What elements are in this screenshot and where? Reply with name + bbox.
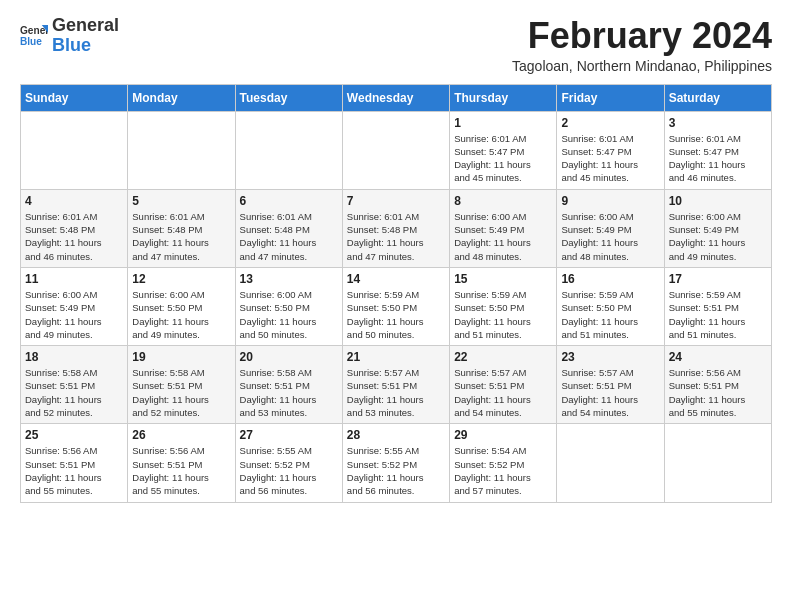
calendar-cell: 18Sunrise: 5:58 AM Sunset: 5:51 PM Dayli… xyxy=(21,346,128,424)
logo-text: General Blue xyxy=(52,16,119,56)
weekday-header-cell: Tuesday xyxy=(235,84,342,111)
day-number: 26 xyxy=(132,428,230,442)
day-info: Sunrise: 5:58 AM Sunset: 5:51 PM Dayligh… xyxy=(25,366,123,419)
day-number: 13 xyxy=(240,272,338,286)
calendar-cell xyxy=(664,424,771,502)
day-info: Sunrise: 6:01 AM Sunset: 5:47 PM Dayligh… xyxy=(454,132,552,185)
weekday-header-cell: Monday xyxy=(128,84,235,111)
day-info: Sunrise: 5:59 AM Sunset: 5:51 PM Dayligh… xyxy=(669,288,767,341)
calendar-cell: 24Sunrise: 5:56 AM Sunset: 5:51 PM Dayli… xyxy=(664,346,771,424)
day-info: Sunrise: 6:00 AM Sunset: 5:50 PM Dayligh… xyxy=(240,288,338,341)
calendar-cell xyxy=(235,111,342,189)
day-number: 14 xyxy=(347,272,445,286)
weekday-header-row: SundayMondayTuesdayWednesdayThursdayFrid… xyxy=(21,84,772,111)
day-number: 11 xyxy=(25,272,123,286)
day-info: Sunrise: 5:56 AM Sunset: 5:51 PM Dayligh… xyxy=(25,444,123,497)
calendar-header: SundayMondayTuesdayWednesdayThursdayFrid… xyxy=(21,84,772,111)
calendar-cell: 23Sunrise: 5:57 AM Sunset: 5:51 PM Dayli… xyxy=(557,346,664,424)
calendar-cell: 17Sunrise: 5:59 AM Sunset: 5:51 PM Dayli… xyxy=(664,267,771,345)
calendar-week-row: 25Sunrise: 5:56 AM Sunset: 5:51 PM Dayli… xyxy=(21,424,772,502)
day-number: 8 xyxy=(454,194,552,208)
calendar-week-row: 1Sunrise: 6:01 AM Sunset: 5:47 PM Daylig… xyxy=(21,111,772,189)
day-info: Sunrise: 5:54 AM Sunset: 5:52 PM Dayligh… xyxy=(454,444,552,497)
day-number: 9 xyxy=(561,194,659,208)
day-info: Sunrise: 5:59 AM Sunset: 5:50 PM Dayligh… xyxy=(561,288,659,341)
day-number: 17 xyxy=(669,272,767,286)
day-info: Sunrise: 6:00 AM Sunset: 5:49 PM Dayligh… xyxy=(454,210,552,263)
calendar-cell: 27Sunrise: 5:55 AM Sunset: 5:52 PM Dayli… xyxy=(235,424,342,502)
calendar-cell: 3Sunrise: 6:01 AM Sunset: 5:47 PM Daylig… xyxy=(664,111,771,189)
day-info: Sunrise: 6:01 AM Sunset: 5:48 PM Dayligh… xyxy=(240,210,338,263)
calendar-week-row: 4Sunrise: 6:01 AM Sunset: 5:48 PM Daylig… xyxy=(21,189,772,267)
calendar-cell: 5Sunrise: 6:01 AM Sunset: 5:48 PM Daylig… xyxy=(128,189,235,267)
day-info: Sunrise: 6:00 AM Sunset: 5:49 PM Dayligh… xyxy=(25,288,123,341)
logo: General Blue General Blue xyxy=(20,16,119,56)
day-info: Sunrise: 5:57 AM Sunset: 5:51 PM Dayligh… xyxy=(454,366,552,419)
day-number: 16 xyxy=(561,272,659,286)
month-year: February 2024 xyxy=(512,16,772,56)
day-number: 23 xyxy=(561,350,659,364)
calendar-cell: 29Sunrise: 5:54 AM Sunset: 5:52 PM Dayli… xyxy=(450,424,557,502)
day-number: 2 xyxy=(561,116,659,130)
day-number: 15 xyxy=(454,272,552,286)
calendar-cell xyxy=(342,111,449,189)
day-number: 21 xyxy=(347,350,445,364)
title-block: February 2024 Tagoloan, Northern Mindana… xyxy=(512,16,772,74)
day-number: 6 xyxy=(240,194,338,208)
weekday-header-cell: Friday xyxy=(557,84,664,111)
day-number: 1 xyxy=(454,116,552,130)
day-info: Sunrise: 5:56 AM Sunset: 5:51 PM Dayligh… xyxy=(132,444,230,497)
day-info: Sunrise: 5:57 AM Sunset: 5:51 PM Dayligh… xyxy=(347,366,445,419)
calendar-cell: 8Sunrise: 6:00 AM Sunset: 5:49 PM Daylig… xyxy=(450,189,557,267)
day-info: Sunrise: 6:01 AM Sunset: 5:48 PM Dayligh… xyxy=(132,210,230,263)
calendar-cell: 10Sunrise: 6:00 AM Sunset: 5:49 PM Dayli… xyxy=(664,189,771,267)
weekday-header-cell: Sunday xyxy=(21,84,128,111)
day-info: Sunrise: 6:01 AM Sunset: 5:47 PM Dayligh… xyxy=(561,132,659,185)
day-number: 7 xyxy=(347,194,445,208)
day-info: Sunrise: 6:01 AM Sunset: 5:47 PM Dayligh… xyxy=(669,132,767,185)
calendar-table: SundayMondayTuesdayWednesdayThursdayFrid… xyxy=(20,84,772,503)
calendar-cell: 20Sunrise: 5:58 AM Sunset: 5:51 PM Dayli… xyxy=(235,346,342,424)
location: Tagoloan, Northern Mindanao, Philippines xyxy=(512,58,772,74)
day-number: 19 xyxy=(132,350,230,364)
day-number: 5 xyxy=(132,194,230,208)
day-number: 22 xyxy=(454,350,552,364)
calendar-week-row: 18Sunrise: 5:58 AM Sunset: 5:51 PM Dayli… xyxy=(21,346,772,424)
day-number: 12 xyxy=(132,272,230,286)
logo-icon: General Blue xyxy=(20,22,48,50)
day-number: 25 xyxy=(25,428,123,442)
day-info: Sunrise: 6:00 AM Sunset: 5:50 PM Dayligh… xyxy=(132,288,230,341)
svg-text:Blue: Blue xyxy=(20,36,42,47)
calendar-cell: 4Sunrise: 6:01 AM Sunset: 5:48 PM Daylig… xyxy=(21,189,128,267)
calendar-cell: 1Sunrise: 6:01 AM Sunset: 5:47 PM Daylig… xyxy=(450,111,557,189)
calendar-cell: 26Sunrise: 5:56 AM Sunset: 5:51 PM Dayli… xyxy=(128,424,235,502)
calendar-cell: 28Sunrise: 5:55 AM Sunset: 5:52 PM Dayli… xyxy=(342,424,449,502)
calendar-cell: 16Sunrise: 5:59 AM Sunset: 5:50 PM Dayli… xyxy=(557,267,664,345)
calendar-cell xyxy=(128,111,235,189)
day-info: Sunrise: 5:59 AM Sunset: 5:50 PM Dayligh… xyxy=(454,288,552,341)
calendar-cell: 25Sunrise: 5:56 AM Sunset: 5:51 PM Dayli… xyxy=(21,424,128,502)
day-info: Sunrise: 5:55 AM Sunset: 5:52 PM Dayligh… xyxy=(347,444,445,497)
day-info: Sunrise: 5:56 AM Sunset: 5:51 PM Dayligh… xyxy=(669,366,767,419)
day-info: Sunrise: 5:59 AM Sunset: 5:50 PM Dayligh… xyxy=(347,288,445,341)
day-number: 10 xyxy=(669,194,767,208)
calendar-cell: 13Sunrise: 6:00 AM Sunset: 5:50 PM Dayli… xyxy=(235,267,342,345)
day-number: 29 xyxy=(454,428,552,442)
calendar-cell: 22Sunrise: 5:57 AM Sunset: 5:51 PM Dayli… xyxy=(450,346,557,424)
day-number: 28 xyxy=(347,428,445,442)
calendar-cell: 21Sunrise: 5:57 AM Sunset: 5:51 PM Dayli… xyxy=(342,346,449,424)
calendar-body: 1Sunrise: 6:01 AM Sunset: 5:47 PM Daylig… xyxy=(21,111,772,502)
day-info: Sunrise: 6:00 AM Sunset: 5:49 PM Dayligh… xyxy=(669,210,767,263)
calendar-cell: 6Sunrise: 6:01 AM Sunset: 5:48 PM Daylig… xyxy=(235,189,342,267)
day-info: Sunrise: 5:58 AM Sunset: 5:51 PM Dayligh… xyxy=(132,366,230,419)
calendar-cell: 2Sunrise: 6:01 AM Sunset: 5:47 PM Daylig… xyxy=(557,111,664,189)
day-info: Sunrise: 5:57 AM Sunset: 5:51 PM Dayligh… xyxy=(561,366,659,419)
calendar-cell: 11Sunrise: 6:00 AM Sunset: 5:49 PM Dayli… xyxy=(21,267,128,345)
day-info: Sunrise: 6:01 AM Sunset: 5:48 PM Dayligh… xyxy=(25,210,123,263)
calendar-week-row: 11Sunrise: 6:00 AM Sunset: 5:49 PM Dayli… xyxy=(21,267,772,345)
calendar-cell: 15Sunrise: 5:59 AM Sunset: 5:50 PM Dayli… xyxy=(450,267,557,345)
weekday-header-cell: Wednesday xyxy=(342,84,449,111)
weekday-header-cell: Thursday xyxy=(450,84,557,111)
day-number: 24 xyxy=(669,350,767,364)
calendar-cell: 12Sunrise: 6:00 AM Sunset: 5:50 PM Dayli… xyxy=(128,267,235,345)
